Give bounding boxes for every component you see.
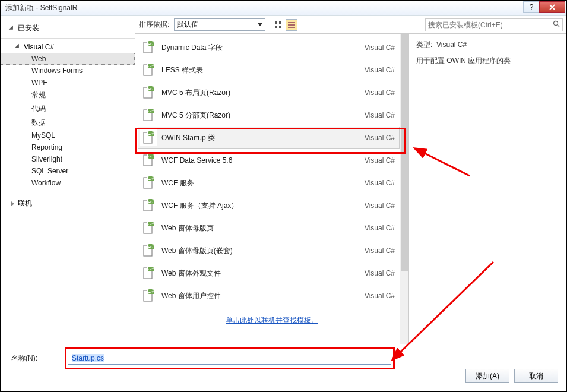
sidebar: 已安装 Visual C# WebWindows FormsWPF常规代码数据M… xyxy=(1,16,135,344)
svg-rect-5 xyxy=(290,22,295,23)
svg-text:C#: C# xyxy=(147,40,156,46)
template-lang: Visual C# xyxy=(365,134,395,142)
svg-rect-4 xyxy=(288,22,290,23)
close-icon xyxy=(549,4,555,10)
svg-text:C#: C# xyxy=(147,176,156,182)
file-icon: C# xyxy=(140,265,157,282)
file-icon: C# xyxy=(140,62,157,78)
scrollbar-thumb[interactable] xyxy=(401,34,408,271)
chevron-down-icon xyxy=(258,23,262,26)
view-small-icons[interactable] xyxy=(273,19,284,31)
template-item[interactable]: C#Web 窗体母版页(嵌套)Visual C# xyxy=(138,239,400,262)
template-lang: Visual C# xyxy=(365,111,395,119)
template-lang: Visual C# xyxy=(365,224,395,232)
template-list: C#Dynamic Data 字段Visual C#C#LESS 样式表Visu… xyxy=(135,34,409,344)
template-item[interactable]: C#Web 窗体母版页Visual C# xyxy=(138,217,400,239)
template-name: Dynamic Data 字段 xyxy=(161,43,365,53)
template-name: MVC 5 布局页(Razor) xyxy=(161,88,365,98)
template-item[interactable]: C#Dynamic Data 字段Visual C# xyxy=(138,36,400,59)
add-button[interactable]: 添加(A) xyxy=(465,369,509,383)
sort-dropdown[interactable]: 默认值 xyxy=(174,18,265,31)
svg-text:C#: C# xyxy=(147,289,156,295)
sidebar-item-windows-forms[interactable]: Windows Forms xyxy=(1,65,135,77)
template-lang: Visual C# xyxy=(365,66,395,74)
svg-line-11 xyxy=(558,25,559,27)
sort-label: 排序依据: xyxy=(139,20,169,30)
svg-text:C#: C# xyxy=(147,221,156,227)
template-item[interactable]: C#MVC 5 分部页(Razor)Visual C# xyxy=(138,104,400,127)
file-icon: C# xyxy=(140,242,157,259)
detail-pane: 类型: Visual C# 用于配置 OWIN 应用程序的类 xyxy=(409,34,566,344)
online-search-link[interactable]: 单击此处以联机并查找模板。 xyxy=(135,309,408,331)
svg-text:C#: C# xyxy=(147,266,156,272)
cancel-button[interactable]: 取消 xyxy=(514,369,558,383)
template-name: LESS 样式表 xyxy=(161,65,365,75)
svg-text:C#: C# xyxy=(147,198,156,204)
type-value: Visual C# xyxy=(436,40,467,49)
template-name: Web 窗体母版页 xyxy=(161,223,365,233)
template-item[interactable]: C#WCF Data Service 5.6Visual C# xyxy=(138,149,400,172)
sort-value: 默认值 xyxy=(177,20,198,30)
svg-text:C#: C# xyxy=(147,63,156,69)
main-area: 排序依据: 默认值 xyxy=(135,16,566,344)
chevron-right-icon xyxy=(11,201,14,206)
type-line: 类型: Visual C# xyxy=(416,40,559,50)
description-text: 用于配置 OWIN 应用程序的类 xyxy=(416,56,559,66)
template-item[interactable]: C#LESS 样式表Visual C# xyxy=(138,59,400,81)
sidebar-item-reporting[interactable]: Reporting xyxy=(1,141,135,153)
template-lang: Visual C# xyxy=(365,292,395,300)
template-item[interactable]: C#OWIN Startup 类Visual C# xyxy=(138,127,400,149)
chevron-down-icon xyxy=(15,44,21,50)
name-input[interactable]: Startup.cs xyxy=(68,352,391,365)
installed-header[interactable]: 已安装 xyxy=(1,20,135,39)
dialog-window: 添加新项 - SelfSignalR ? 已安装 Visual C# WebWi… xyxy=(0,0,567,392)
sidebar-item-wpf[interactable]: WPF xyxy=(1,77,135,88)
sidebar-item-web[interactable]: Web xyxy=(1,53,135,65)
close-button[interactable] xyxy=(539,1,565,13)
grid-icon xyxy=(274,21,283,29)
sidebar-item-代码[interactable]: 代码 xyxy=(1,102,135,116)
search-input[interactable] xyxy=(428,21,553,29)
svg-text:C#: C# xyxy=(147,153,156,159)
search-box[interactable] xyxy=(425,18,563,31)
scrollbar[interactable] xyxy=(400,34,408,344)
template-item[interactable]: C#Web 窗体用户控件Visual C# xyxy=(138,284,400,307)
template-lang: Visual C# xyxy=(365,156,395,165)
file-icon: C# xyxy=(140,107,157,124)
name-value: Startup.cs xyxy=(72,354,104,362)
svg-rect-1 xyxy=(279,21,281,24)
template-name: Web 窗体用户控件 xyxy=(161,291,365,301)
template-name: WCF 服务 xyxy=(161,178,365,188)
sidebar-item-sql-server[interactable]: SQL Server xyxy=(1,165,135,177)
sidebar-item-数据[interactable]: 数据 xyxy=(1,116,135,129)
sidebar-item-silverlight[interactable]: Silverlight xyxy=(1,153,135,165)
template-item[interactable]: C#MVC 5 布局页(Razor)Visual C# xyxy=(138,81,400,104)
svg-text:C#: C# xyxy=(147,244,156,249)
template-name: WCF Data Service 5.6 xyxy=(161,156,365,165)
svg-rect-3 xyxy=(279,26,281,28)
file-icon: C# xyxy=(140,287,157,304)
svg-text:C#: C# xyxy=(147,131,156,137)
sidebar-item-mysql[interactable]: MySQL xyxy=(1,129,135,141)
svg-rect-2 xyxy=(275,26,277,28)
lang-visual-csharp[interactable]: Visual C# xyxy=(1,41,135,53)
template-item[interactable]: C#WCF 服务（支持 Ajax）Visual C# xyxy=(138,194,400,217)
view-list[interactable] xyxy=(286,19,297,31)
template-name: Web 窗体母版页(嵌套) xyxy=(161,246,365,256)
template-item[interactable]: C#WCF 服务Visual C# xyxy=(138,172,400,194)
help-button[interactable]: ? xyxy=(523,1,540,13)
template-lang: Visual C# xyxy=(365,179,395,187)
topbar: 排序依据: 默认值 xyxy=(135,16,566,34)
type-label: 类型: xyxy=(416,40,432,49)
lang-label: Visual C# xyxy=(24,43,54,51)
template-item[interactable]: C#Web 窗体外观文件Visual C# xyxy=(138,262,400,284)
template-lang: Visual C# xyxy=(365,88,395,97)
search-icon[interactable] xyxy=(553,20,560,29)
sidebar-item-workflow[interactable]: Workflow xyxy=(1,177,135,189)
online-header[interactable]: 联机 xyxy=(1,195,135,212)
sidebar-item-常规[interactable]: 常规 xyxy=(1,88,135,102)
svg-point-10 xyxy=(554,21,558,26)
file-icon: C# xyxy=(140,197,157,214)
installed-label: 已安装 xyxy=(18,23,39,33)
chevron-down-icon xyxy=(9,25,15,31)
